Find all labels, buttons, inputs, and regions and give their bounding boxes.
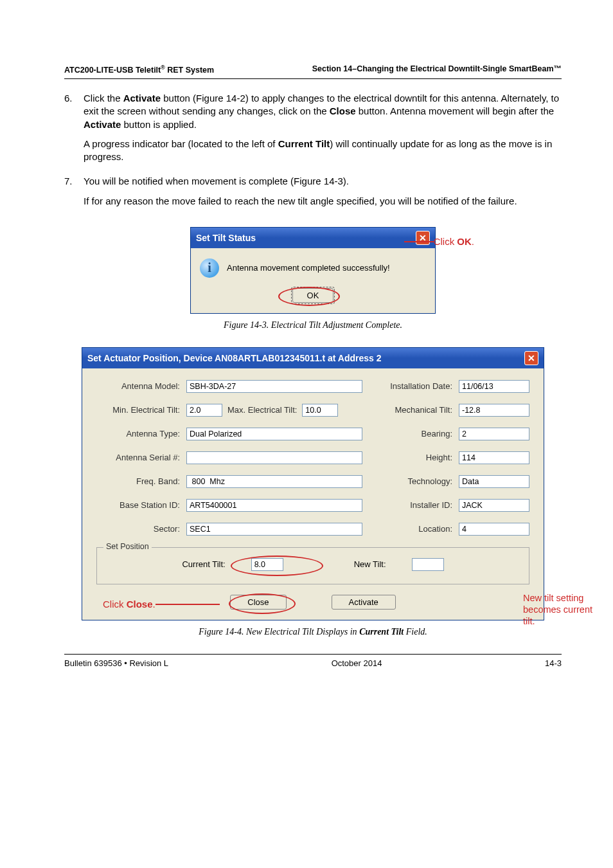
callout-new-tilt-note: New tilt setting becomes current tilt. bbox=[523, 592, 607, 627]
header-right: Section 14–Changing the Electrical Downt… bbox=[312, 64, 562, 75]
set-actuator-dialog: Set Actuator Position, Device AN08ARTLAB… bbox=[82, 347, 544, 620]
callout-click-close: Click Close. bbox=[103, 599, 155, 610]
label-sector: Sector: bbox=[96, 524, 180, 534]
page-footer: Bulletin 639536 • Revision L October 201… bbox=[64, 658, 562, 668]
dialog2-title: Set Actuator Position, Device AN08ARTLAB… bbox=[87, 353, 382, 363]
label-bsid: Base Station ID: bbox=[96, 500, 180, 510]
location-field[interactable] bbox=[459, 523, 529, 536]
instruction-list: 6. Click the Activate button (Figure 14-… bbox=[64, 92, 562, 214]
height-field[interactable] bbox=[459, 451, 529, 464]
footer-right: 14-3 bbox=[545, 658, 562, 668]
current-tilt-field[interactable] bbox=[251, 558, 283, 571]
figure-14-3-caption: Figure 14-3. Electrical Tilt Adjustment … bbox=[64, 320, 562, 330]
label-freq-band: Freq. Band: bbox=[96, 476, 180, 486]
label-location: Location: bbox=[369, 524, 452, 534]
label-mech-tilt: Mechanical Tilt: bbox=[369, 405, 452, 415]
freq-band-field[interactable] bbox=[186, 475, 362, 488]
installer-field[interactable] bbox=[459, 499, 529, 512]
sector-field[interactable] bbox=[186, 523, 362, 536]
min-tilt-field[interactable] bbox=[186, 404, 222, 417]
dialog-titlebar: Set Tilt Status ✕ bbox=[191, 228, 435, 248]
label-antenna-model: Antenna Model: bbox=[96, 381, 180, 391]
label-min-tilt: Min. Electrical Tilt: bbox=[96, 405, 180, 415]
callout-click-ok: Click OK. bbox=[434, 236, 474, 247]
dialog-title: Set Tilt Status bbox=[196, 233, 256, 243]
new-tilt-field[interactable] bbox=[412, 558, 444, 571]
label-antenna-type: Antenna Type: bbox=[96, 429, 180, 439]
label-technology: Technology: bbox=[369, 476, 452, 486]
max-tilt-field[interactable] bbox=[302, 404, 338, 417]
install-date-field[interactable] bbox=[459, 380, 529, 393]
antenna-model-field[interactable] bbox=[186, 380, 362, 393]
serial-field[interactable] bbox=[186, 451, 362, 464]
tilt-status-dialog: Set Tilt Status ✕ i Antenna movement com… bbox=[190, 227, 436, 314]
dialog-message: Antenna movement completed successfully! bbox=[227, 263, 390, 273]
page-header: ATC200-LITE-USB Teletilt® RET System Sec… bbox=[64, 64, 562, 75]
step-6-number: 6. bbox=[64, 92, 84, 170]
footer-rule bbox=[64, 654, 562, 655]
ok-button[interactable]: OK bbox=[292, 288, 334, 303]
label-serial: Antenna Serial #: bbox=[96, 453, 180, 462]
activate-button[interactable]: Activate bbox=[332, 595, 396, 610]
label-height: Height: bbox=[369, 453, 452, 462]
step-6-p1: Click the Activate button (Figure 14-2) … bbox=[84, 92, 562, 131]
mech-tilt-field[interactable] bbox=[459, 404, 529, 417]
technology-field[interactable] bbox=[459, 475, 529, 488]
label-bearing: Bearing: bbox=[369, 429, 452, 439]
header-rule bbox=[64, 78, 562, 79]
step-7-p1: You will be notified when movement is co… bbox=[84, 175, 562, 188]
dialog2-titlebar: Set Actuator Position, Device AN08ARTLAB… bbox=[82, 348, 544, 368]
step-6-p2: A progress indicator bar (located to the… bbox=[84, 138, 562, 164]
close-icon[interactable]: ✕ bbox=[524, 351, 538, 365]
label-current-tilt: Current Tilt: bbox=[182, 559, 225, 569]
footer-mid: October 2014 bbox=[332, 658, 382, 668]
set-position-legend: Set Position bbox=[103, 542, 152, 551]
header-left: ATC200-LITE-USB Teletilt® RET System bbox=[64, 64, 214, 75]
antenna-type-field[interactable] bbox=[186, 428, 362, 440]
bearing-field[interactable] bbox=[459, 428, 529, 440]
step-7-number: 7. bbox=[64, 175, 84, 214]
label-install-date: Installation Date: bbox=[369, 381, 452, 391]
bsid-field[interactable] bbox=[186, 499, 362, 512]
label-max-tilt: Max. Electrical Tilt: bbox=[227, 405, 297, 415]
close-icon[interactable]: ✕ bbox=[416, 231, 430, 245]
figure-14-4-caption: Figure 14-4. New Electrical Tilt Display… bbox=[64, 627, 562, 637]
footer-left: Bulletin 639536 • Revision L bbox=[64, 658, 168, 668]
step-7-p2: If for any reason the move failed to rea… bbox=[84, 195, 562, 208]
info-icon: i bbox=[200, 258, 219, 278]
label-new-tilt: New Tilt: bbox=[354, 559, 386, 569]
close-button[interactable]: Close bbox=[230, 595, 286, 610]
set-position-fieldset: Set Position Current Tilt: New Tilt: bbox=[96, 547, 529, 584]
label-installer: Installer ID: bbox=[369, 500, 452, 510]
